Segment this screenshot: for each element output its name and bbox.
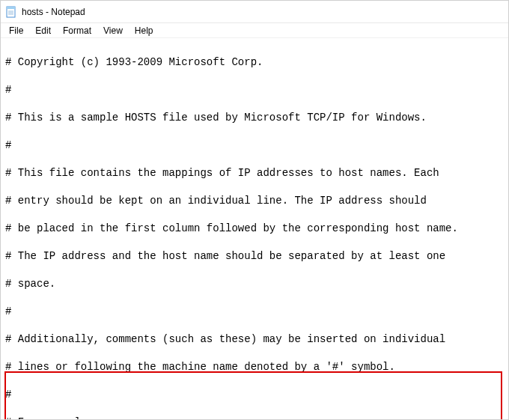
editor-line: #: [5, 305, 504, 319]
menu-view[interactable]: View: [98, 25, 128, 37]
editor-line: # lines or following the machine name de…: [5, 360, 504, 374]
menu-format[interactable]: Format: [58, 25, 97, 37]
editor-line: # This is a sample HOSTS file used by Mi…: [5, 111, 504, 125]
notepad-app-icon: [5, 6, 17, 18]
editor-line: # be placed in the first column followed…: [5, 222, 504, 236]
menu-file[interactable]: File: [4, 25, 28, 37]
editor-line: # Copyright (c) 1993-2009 Microsoft Corp…: [5, 55, 504, 70]
menubar: File Edit Format View Help: [1, 23, 508, 38]
menu-edit[interactable]: Edit: [30, 25, 56, 37]
editor-line: # For example:: [5, 416, 504, 420]
svg-rect-1: [7, 7, 15, 9]
text-editor-area[interactable]: # Copyright (c) 1993-2009 Microsoft Corp…: [1, 38, 508, 419]
menu-help[interactable]: Help: [129, 25, 159, 37]
editor-line: #: [5, 139, 504, 153]
editor-line: # Additionally, comments (such as these)…: [5, 332, 504, 347]
editor-line: #: [5, 388, 504, 402]
editor-line: # space.: [5, 277, 504, 291]
editor-line: #: [5, 83, 504, 97]
window-title: hosts - Notepad: [22, 7, 85, 17]
titlebar: hosts - Notepad: [1, 1, 508, 23]
notepad-window: hosts - Notepad File Edit Format View He…: [0, 0, 509, 420]
editor-line: # The IP address and the host name shoul…: [5, 249, 504, 264]
editor-line: # entry should be kept on an individual …: [5, 194, 504, 208]
editor-line: # This file contains the mappings of IP …: [5, 166, 504, 180]
